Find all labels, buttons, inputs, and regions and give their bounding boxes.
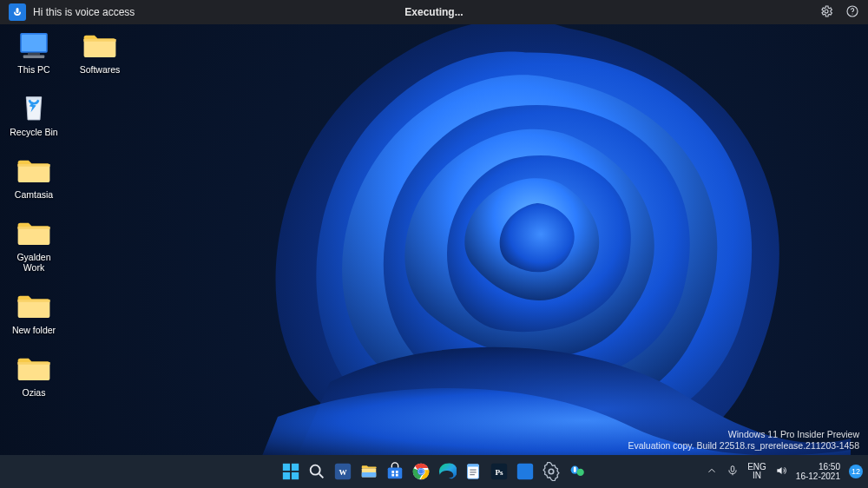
- svg-rect-14: [396, 471, 398, 473]
- search-icon: [307, 462, 326, 481]
- folder-icon: [16, 351, 52, 386]
- watermark-line2: Evaluation copy. Build 22518.rs_prerelea…: [628, 440, 859, 452]
- voice-access-bar: Hi this is voice access Executing...: [0, 0, 868, 24]
- taskbar-settings[interactable]: [540, 460, 562, 483]
- clock-date: 16-12-2021: [796, 472, 840, 481]
- taskbar-photoshop[interactable]: Ps: [488, 460, 510, 483]
- svg-point-7: [311, 465, 320, 475]
- chevron-up-icon: [706, 465, 718, 477]
- watermark-line1: Windows 11 Pro Insider Preview: [628, 429, 859, 440]
- gear-icon: [819, 4, 833, 18]
- volume-icon: [775, 465, 787, 477]
- windows-start-icon: [281, 462, 300, 481]
- folder-icon: [82, 28, 118, 63]
- recycle-bin-icon: [16, 90, 52, 125]
- taskbar-start[interactable]: [279, 460, 302, 483]
- svg-rect-6: [292, 472, 299, 479]
- svg-point-2: [852, 13, 852, 14]
- svg-rect-12: [388, 467, 403, 478]
- voice-access-settings[interactable]: [819, 4, 833, 21]
- taskbar-chrome[interactable]: [410, 460, 432, 483]
- svg-rect-4: [292, 464, 299, 471]
- svg-rect-15: [391, 474, 394, 477]
- voice-access-icon: [568, 462, 587, 481]
- svg-text:Ps: Ps: [495, 468, 503, 477]
- svg-rect-29: [574, 467, 576, 472]
- desktop-icon-label: Recycle Bin: [10, 127, 57, 137]
- desktop-icon-camtasia[interactable]: Camtasia: [7, 153, 61, 200]
- app-icon: [516, 462, 535, 481]
- voice-access-status: Executing...: [404, 6, 463, 18]
- desktop-wallpaper: [0, 0, 868, 488]
- desktop-icon-label: This PC: [17, 64, 49, 75]
- taskbar-voice-access[interactable]: [566, 460, 589, 483]
- voice-access-prompt: Hi this is voice access: [33, 6, 135, 18]
- desktop-icon-ozias[interactable]: Ozias: [7, 351, 61, 398]
- taskbar-edge[interactable]: [436, 460, 458, 483]
- tray-volume[interactable]: [775, 465, 787, 478]
- tray-notification-count[interactable]: 12: [849, 465, 863, 478]
- svg-rect-25: [517, 464, 533, 479]
- desktop-icon-gyalden-work[interactable]: Gyalden Work: [7, 215, 61, 273]
- desktop-icon-label: Gyalden Work: [7, 252, 61, 273]
- file-explorer-icon: [359, 462, 378, 481]
- mic-toggle[interactable]: [9, 3, 26, 21]
- svg-point-0: [825, 10, 828, 13]
- taskbar-microsoft-store[interactable]: [384, 460, 406, 483]
- edge-icon: [437, 462, 457, 481]
- voice-access-help[interactable]: [845, 4, 859, 21]
- app-icon: W: [333, 462, 352, 481]
- mic-icon: [727, 465, 739, 477]
- folder-icon: [16, 153, 52, 188]
- tray-clock[interactable]: 16:50 16-12-2021: [796, 462, 840, 481]
- taskbar-word[interactable]: W: [332, 460, 354, 483]
- mic-icon: [12, 7, 23, 17]
- svg-rect-22: [468, 465, 479, 467]
- svg-point-26: [549, 469, 554, 474]
- windows-watermark: Windows 11 Pro Insider Preview Evaluatio…: [628, 429, 859, 452]
- desktop-icon-recycle-bin[interactable]: Recycle Bin: [7, 90, 61, 137]
- folder-icon: [16, 215, 52, 250]
- svg-rect-5: [283, 472, 290, 479]
- app-icon: Ps: [490, 462, 509, 481]
- svg-point-28: [577, 469, 584, 476]
- taskbar: WPs ENG IN 16:50 16-12-2021 12: [0, 455, 868, 488]
- desktop-icon-label: Ozias: [23, 387, 46, 398]
- taskbar-center: WPs: [279, 460, 589, 483]
- svg-point-20: [418, 469, 424, 474]
- lang-bottom: IN: [747, 472, 766, 481]
- pc-icon: [16, 28, 52, 63]
- chrome-icon: [411, 462, 431, 481]
- taskbar-app-generic[interactable]: [514, 460, 536, 483]
- tray-overflow[interactable]: [706, 465, 718, 478]
- store-icon: [385, 462, 404, 481]
- desktop-icon-softwares[interactable]: Softwares: [73, 28, 127, 75]
- svg-text:W: W: [339, 468, 347, 477]
- tray-mic[interactable]: [727, 465, 739, 478]
- folder-icon: [16, 288, 52, 323]
- help-icon: [845, 4, 859, 18]
- svg-rect-3: [283, 464, 290, 471]
- desktop-icon-label: New folder: [12, 325, 56, 335]
- taskbar-search[interactable]: [306, 460, 328, 483]
- desktop-icon-this-pc[interactable]: This PC: [7, 28, 61, 75]
- settings-icon: [542, 462, 561, 481]
- notepad-icon: [464, 462, 483, 481]
- taskbar-file-explorer[interactable]: [358, 460, 380, 483]
- taskbar-notepad[interactable]: [462, 460, 484, 483]
- svg-rect-30: [731, 466, 734, 472]
- desktop-icon-label: Camtasia: [15, 189, 53, 200]
- system-tray: ENG IN 16:50 16-12-2021 12: [706, 455, 868, 488]
- desktop-icon-label: Softwares: [80, 64, 121, 75]
- svg-rect-16: [396, 474, 398, 477]
- svg-rect-13: [391, 471, 394, 473]
- desktop: This PCRecycle BinCamtasiaGyalden WorkNe…: [7, 28, 127, 398]
- clock-time: 16:50: [796, 462, 840, 472]
- tray-language[interactable]: ENG IN: [747, 463, 766, 481]
- desktop-icon-new-folder[interactable]: New folder: [7, 288, 61, 335]
- svg-rect-11: [362, 472, 377, 478]
